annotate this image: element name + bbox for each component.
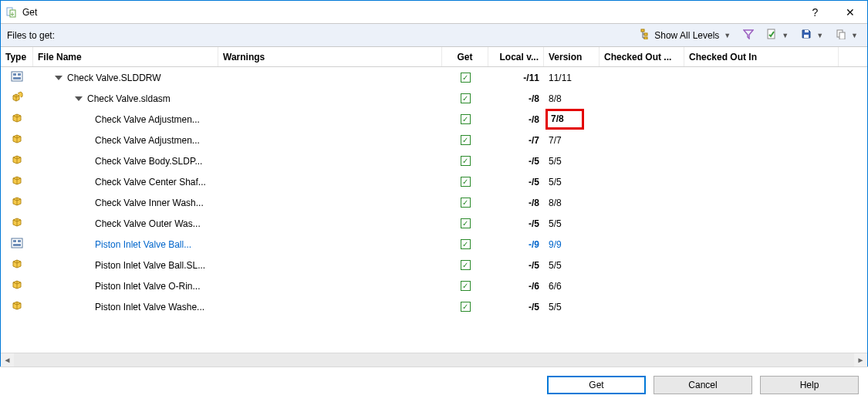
table-row[interactable]: Check Valve Body.SLDP...✓-/55/5 <box>1 150 867 171</box>
get-checkbox[interactable]: ✓ <box>442 73 488 83</box>
col-checked-out-in[interactable]: Checked Out In <box>684 47 839 66</box>
table-row[interactable]: Check Valve Outer Was...✓-/55/5 <box>1 213 867 234</box>
version-cell: 8/8 <box>544 198 599 208</box>
version-cell: 9/9 <box>544 239 599 250</box>
svg-rect-6 <box>804 35 809 38</box>
chevron-down-icon: ▼ <box>816 32 823 39</box>
local-version-cell: -/8 <box>488 93 544 104</box>
drawing-icon <box>1 70 33 85</box>
file-name-label: Check Valve.sldasm <box>87 93 171 104</box>
version-cell: 5/5 <box>544 156 599 167</box>
get-button[interactable]: Get <box>547 376 646 394</box>
check-menu-button[interactable]: ▼ <box>763 27 792 43</box>
close-button[interactable]: ✕ <box>833 1 867 24</box>
col-file-name[interactable]: File Name <box>33 47 218 66</box>
table-row[interactable]: Piston Inlet Valve Ball.SL...✓-/55/5 <box>1 255 867 275</box>
get-checkbox[interactable]: ✓ <box>442 93 488 103</box>
table-row[interactable]: Check Valve Adjustmen...✓-/77/7 <box>1 130 867 150</box>
scroll-right-arrow[interactable]: ► <box>854 353 867 367</box>
version-cell: 7/8 <box>544 109 599 130</box>
toolbar: Files to get: Show All Levels ▼ ▼ <box>1 24 867 47</box>
app-icon <box>5 6 18 19</box>
col-get[interactable]: Get <box>442 47 488 66</box>
scroll-left-arrow[interactable]: ◄ <box>1 353 14 367</box>
file-name-cell: Check Valve Adjustmen... <box>33 114 218 125</box>
table-row[interactable]: Check Valve Adjustmen...✓-/87/8 <box>1 109 867 130</box>
file-name-cell: Piston Inlet Valve Washe... <box>33 302 218 312</box>
svg-rect-11 <box>13 73 16 76</box>
svg-rect-10 <box>12 72 22 81</box>
file-name-cell: Check Valve Adjustmen... <box>33 135 218 146</box>
version-cell: 8/8 <box>544 93 599 104</box>
horizontal-scrollbar[interactable]: ◄ ► <box>1 353 867 367</box>
file-name-label: Check Valve Inner Wash... <box>95 198 204 208</box>
table-row[interactable]: Check Valve.sldasm✓-/88/8 <box>1 88 867 109</box>
part-icon <box>1 299 33 314</box>
table-row[interactable]: Piston Inlet Valve O-Rin...✓-/66/6 <box>1 275 867 296</box>
filter-button[interactable] <box>740 27 757 43</box>
get-checkbox[interactable]: ✓ <box>442 260 488 270</box>
table-row[interactable]: Check Valve.SLDDRW✓-/1111/11 <box>1 67 867 88</box>
cancel-button[interactable]: Cancel <box>654 376 752 394</box>
file-name-cell: Piston Inlet Valve O-Rin... <box>33 281 218 292</box>
version-cell: 5/5 <box>544 302 599 312</box>
svg-rect-5 <box>768 29 775 39</box>
local-version-cell: -/5 <box>488 156 544 167</box>
local-version-cell: -/11 <box>488 73 544 83</box>
version-cell: 6/6 <box>544 281 599 292</box>
table-row[interactable]: Check Valve Inner Wash...✓-/88/8 <box>1 192 867 213</box>
version-cell: 7/7 <box>544 135 599 146</box>
part-icon <box>1 195 33 210</box>
svg-rect-3 <box>644 33 647 35</box>
table-row[interactable]: Check Valve Center Shaf...✓-/55/5 <box>1 171 867 192</box>
get-checkbox[interactable]: ✓ <box>442 198 488 208</box>
col-checked-out-by[interactable]: Checked Out ... <box>599 47 684 66</box>
help-button[interactable]: ? <box>798 1 833 24</box>
svg-rect-12 <box>18 73 21 76</box>
table-row[interactable]: Piston Inlet Valve Ball...✓-/99/9 <box>1 234 867 255</box>
local-version-cell: -/5 <box>488 302 544 312</box>
file-name-cell: Check Valve.SLDDRW <box>33 73 218 83</box>
version-cell: 5/5 <box>544 218 599 229</box>
col-type[interactable]: Type <box>1 47 33 66</box>
show-all-levels-dropdown[interactable]: Show All Levels ▼ <box>637 27 734 43</box>
file-name-cell: Check Valve Center Shaf... <box>33 177 218 187</box>
file-name-cell: Check Valve.sldasm <box>33 93 218 104</box>
get-checkbox[interactable]: ✓ <box>442 177 488 187</box>
get-checkbox[interactable]: ✓ <box>442 302 488 312</box>
svg-rect-17 <box>13 244 21 246</box>
version-cell: 5/5 <box>544 260 599 271</box>
grid-body: Check Valve.SLDDRW✓-/1111/11Check Valve.… <box>1 67 867 317</box>
funnel-icon <box>743 29 754 42</box>
svg-rect-4 <box>644 37 647 39</box>
file-name-label: Piston Inlet Valve Ball.SL... <box>95 260 205 271</box>
window-title: Get <box>22 7 798 18</box>
svg-rect-9 <box>839 32 845 39</box>
file-name-label: Check Valve Center Shaf... <box>95 177 206 187</box>
get-checkbox[interactable]: ✓ <box>442 218 488 228</box>
help-button-footer[interactable]: Help <box>760 376 859 394</box>
get-checkbox[interactable]: ✓ <box>442 135 488 145</box>
svg-rect-2 <box>641 29 644 32</box>
svg-rect-14 <box>12 238 22 248</box>
get-checkbox[interactable]: ✓ <box>442 156 488 166</box>
table-row[interactable]: Piston Inlet Valve Washe...✓-/55/5 <box>1 296 867 317</box>
get-checkbox[interactable]: ✓ <box>442 239 488 249</box>
part-icon <box>1 174 33 189</box>
get-checkbox[interactable]: ✓ <box>442 281 488 291</box>
save-menu-button[interactable]: ▼ <box>798 27 826 43</box>
tree-toggle-icon[interactable] <box>75 96 83 101</box>
col-version[interactable]: Version <box>544 47 599 66</box>
file-name-label: Piston Inlet Valve Washe... <box>95 302 204 312</box>
svg-rect-16 <box>18 240 21 242</box>
svg-rect-15 <box>13 240 16 242</box>
copy-menu-button[interactable]: ▼ <box>833 27 861 43</box>
col-warnings[interactable]: Warnings <box>218 47 442 66</box>
tree-toggle-icon[interactable] <box>55 76 62 80</box>
get-checkbox[interactable]: ✓ <box>442 114 488 124</box>
svg-rect-13 <box>13 77 21 79</box>
col-local-version[interactable]: Local v... <box>488 47 544 66</box>
local-version-cell: -/7 <box>488 135 544 146</box>
file-name-label: Check Valve Adjustmen... <box>95 114 200 125</box>
scroll-track[interactable] <box>14 353 854 367</box>
